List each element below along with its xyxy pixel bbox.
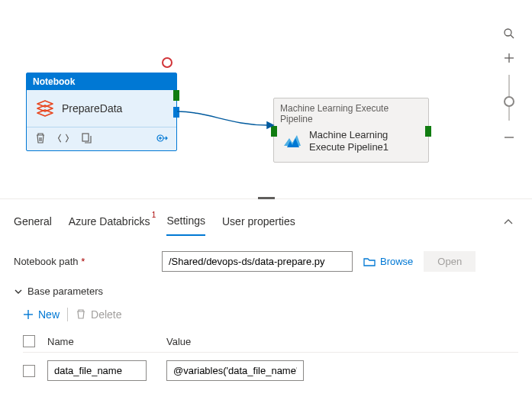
add-output-icon[interactable] <box>156 132 169 144</box>
svg-point-0 <box>505 29 511 36</box>
pipeline-canvas[interactable]: Notebook PrepareData <box>0 0 532 198</box>
param-row <box>23 353 518 389</box>
svg-marker-9 <box>267 122 273 128</box>
tab-general[interactable]: General <box>14 211 52 235</box>
zoom-slider-handle[interactable] <box>504 96 514 107</box>
activity-title: Machine Learning Execute Pipeline1 <box>309 129 421 154</box>
param-name-input[interactable] <box>47 360 147 381</box>
row-checkbox[interactable] <box>23 365 35 377</box>
select-all-checkbox[interactable] <box>23 335 35 347</box>
code-icon[interactable] <box>57 132 69 144</box>
activity-title: PrepareData <box>62 102 122 115</box>
base-parameters-toggle[interactable]: Base parameters <box>14 285 518 297</box>
tab-bar: General Azure Databricks 1 Settings User… <box>14 199 518 236</box>
activity-notebook[interactable]: Notebook PrepareData <box>26 73 177 151</box>
databricks-icon <box>34 98 56 119</box>
activity-connector[interactable] <box>177 107 276 130</box>
tab-azure-databricks[interactable]: Azure Databricks 1 <box>69 211 150 235</box>
validation-error-icon[interactable] <box>162 57 172 68</box>
col-name: Name <box>47 336 154 347</box>
panel-collapse-icon[interactable] <box>503 217 518 230</box>
port-success[interactable] <box>425 126 431 137</box>
svg-rect-5 <box>82 134 89 141</box>
activity-type-badge: Machine Learning Execute Pipeline <box>274 98 428 126</box>
zoom-controls <box>498 23 520 148</box>
copy-icon[interactable] <box>80 132 92 144</box>
tab-error-badge: 1 <box>152 211 156 219</box>
col-value: Value <box>166 336 304 347</box>
toolbar-separator <box>67 308 68 321</box>
delete-icon[interactable] <box>34 132 47 144</box>
delete-param-button[interactable]: Delete <box>76 308 121 321</box>
param-table-header: Name Value <box>23 331 518 353</box>
svg-line-1 <box>511 35 514 38</box>
zoom-in-icon[interactable] <box>498 47 520 69</box>
properties-panel: General Azure Databricks 1 Settings User… <box>0 198 532 389</box>
notebook-path-row: Notebook path * Browse Open <box>14 251 518 272</box>
port-success[interactable] <box>173 90 179 101</box>
azure-ml-icon <box>282 131 303 152</box>
param-value-input[interactable] <box>166 360 304 381</box>
browse-button[interactable]: Browse <box>363 256 413 268</box>
open-button[interactable]: Open <box>424 251 476 272</box>
new-param-button[interactable]: New <box>23 308 60 321</box>
notebook-path-label: Notebook path * <box>14 256 151 267</box>
zoom-slider-track[interactable] <box>508 75 510 121</box>
tab-settings[interactable]: Settings <box>166 210 205 236</box>
tab-user-properties[interactable]: User properties <box>222 211 295 235</box>
zoom-out-icon[interactable] <box>498 127 520 148</box>
activity-ml-pipeline[interactable]: Machine Learning Execute Pipeline Machin… <box>273 98 429 163</box>
param-toolbar: New Delete <box>23 308 518 321</box>
notebook-path-input[interactable] <box>162 251 353 272</box>
activity-type-badge: Notebook <box>27 73 176 90</box>
search-icon[interactable] <box>498 23 520 44</box>
param-table: Name Value <box>23 331 518 389</box>
